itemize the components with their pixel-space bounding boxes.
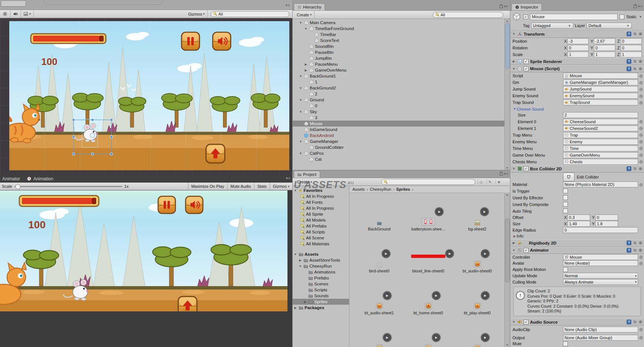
enemy-sound-field[interactable]: EnemySound [563, 93, 638, 99]
game-toolbar-button-stats[interactable]: Stats [254, 183, 270, 190]
folder-item-prefabs[interactable]: Prefabs [293, 275, 349, 281]
object-picker-icon[interactable] [638, 73, 644, 78]
twisty-icon[interactable]: ▼ [304, 27, 308, 30]
preset-icon[interactable] [633, 241, 637, 245]
hierarchy-item-3[interactable]: 3 [293, 115, 510, 121]
help-icon[interactable] [627, 59, 631, 64]
preset-icon[interactable] [633, 167, 637, 171]
twisty-icon[interactable]: ▼ [299, 21, 303, 24]
hierarchy-item-gameovermenu[interactable]: ▶GameOverMenu [293, 67, 510, 73]
twisty-icon[interactable]: ▼ [293, 253, 297, 256]
component-enabled-checkbox[interactable] [524, 166, 528, 171]
favorite-item-all-fonts[interactable]: All Fonts [293, 199, 349, 205]
asset-thumb-batteryicon-shee[interactable]: batteryicon-shee... [404, 198, 453, 240]
component-header-rigidbody[interactable]: ▶ Rigidbody 2D [510, 239, 644, 247]
sprite-expand-badge[interactable] [435, 207, 444, 216]
trap-sound-field[interactable]: TrapSound [563, 99, 638, 105]
breadcrumb-item-assets[interactable]: Assets [352, 187, 365, 191]
object-picker-icon[interactable] [638, 132, 644, 137]
edit-collider-button[interactable] [563, 173, 575, 181]
size-x-field[interactable]: 1.49 [567, 221, 590, 227]
gameobject-icon[interactable] [512, 12, 521, 21]
twisty-icon[interactable]: ▼ [299, 110, 303, 114]
scene-gizmos-button[interactable]: Gizmos [186, 10, 208, 18]
folder-item-sounds[interactable]: Sounds [293, 293, 349, 299]
folder-item-sprites[interactable]: ▶Sprites [293, 299, 349, 305]
hierarchy-item-backandroid[interactable]: BackAndroid [293, 132, 510, 138]
asset-thumb-btn-play[interactable] [404, 324, 453, 347]
chests-menu-field[interactable]: Chests [563, 159, 638, 165]
lock-icon[interactable] [500, 5, 503, 8]
scene-view[interactable]: 100 [0, 18, 292, 175]
scene-panel-menu-icon[interactable] [286, 3, 290, 7]
hierarchy-item-pausemenu[interactable]: ▶PauseMenu [293, 61, 510, 67]
hierarchy-item-soundbtn[interactable]: SoundBtn [293, 43, 510, 49]
folder-item-animations[interactable]: Animations [293, 269, 349, 275]
object-picker-icon[interactable] [638, 119, 644, 124]
object-picker-icon[interactable] [638, 94, 644, 98]
favorite-item-all-scripts[interactable]: All Scripts [293, 229, 349, 235]
folder-item-scripts[interactable]: Scripts [293, 287, 349, 293]
static-checkbox[interactable] [619, 14, 624, 19]
scene-lighting-button[interactable] [0, 10, 10, 18]
favorite-item-all-prefabs[interactable]: All Prefabs [293, 223, 349, 229]
gear-icon[interactable] [638, 67, 643, 71]
twisty-icon[interactable]: ▼ [299, 98, 303, 102]
component-header-transform[interactable]: ▼ Transform [510, 30, 644, 38]
asset-thumb-bt-audio-sheet1[interactable]: bt_audio-sheet1 [355, 282, 404, 324]
twisty-icon[interactable]: ▼ [299, 152, 303, 155]
gear-icon[interactable] [638, 59, 643, 63]
scale-slider-knob[interactable] [15, 184, 20, 189]
favorite-item-all-in-progress[interactable]: All In Progress [293, 205, 349, 211]
twisty-icon[interactable]: ▶ [304, 63, 308, 66]
tab-hierarchy[interactable]: Hierarchy [294, 3, 325, 10]
gear-icon[interactable] [638, 241, 643, 245]
scene-audio-button[interactable] [10, 10, 21, 18]
lock-icon[interactable] [634, 5, 637, 8]
hierarchy-scrollbar[interactable]: ▲▼ [504, 19, 510, 170]
rotation-y-field[interactable]: 0 [594, 45, 615, 51]
hierarchy-item-2[interactable]: 2 [293, 91, 510, 97]
component-header-animator[interactable]: ▼ Animator [510, 247, 644, 254]
component-enabled-checkbox[interactable] [524, 59, 528, 64]
object-picker-icon[interactable] [638, 139, 644, 144]
folder-item-assetstoretools[interactable]: ▶AssetStoreTools [293, 257, 349, 263]
jump-sound-field[interactable]: JumpSound [563, 86, 638, 92]
twisty-icon[interactable]: ▶ [293, 306, 297, 310]
hierarchy-item-jumpbtn[interactable]: JumpBtn [293, 55, 510, 61]
size-field[interactable]: 2 [563, 112, 638, 118]
sprite-expand-badge[interactable] [481, 333, 490, 342]
search-by-label-icon[interactable]: ✎ [487, 179, 493, 185]
sprite-expand-badge[interactable] [381, 249, 391, 258]
hierarchy-item-catpos[interactable]: ▼CatPos [293, 150, 510, 156]
help-icon[interactable] [627, 320, 631, 324]
twisty-icon[interactable]: ▼ [299, 86, 303, 90]
game-panel-menu-icon[interactable] [286, 176, 290, 180]
script-field[interactable]: Mouse [563, 73, 638, 79]
element-0-field[interactable]: CheeseSound [563, 119, 638, 125]
info-foldout[interactable]: ▶Info [510, 233, 644, 239]
component-enabled-checkbox[interactable] [524, 66, 528, 71]
help-icon[interactable] [627, 166, 631, 171]
scale-y-field[interactable]: 1 [594, 52, 615, 58]
asset-thumb-blood-line-sheet0[interactable]: blood_line-sheet0 [404, 240, 453, 282]
sprite-expand-badge[interactable] [480, 207, 489, 216]
size-y-field[interactable]: 1.8 [595, 221, 618, 227]
rotation-z-field[interactable]: 0 [621, 45, 642, 51]
scale-z-field[interactable]: 1 [621, 52, 642, 58]
static-dropdown-icon[interactable]: ▼ [638, 15, 643, 19]
object-picker-icon[interactable] [638, 100, 644, 105]
breadcrumb-item-cheesyrun[interactable]: CheesyRun [370, 187, 391, 191]
sprite-expand-badge[interactable] [481, 291, 490, 300]
gear-icon[interactable] [638, 248, 643, 252]
edge-radius-field[interactable]: 0 [563, 227, 638, 233]
hierarchy-item-pausebtn[interactable]: PauseBtn [293, 49, 510, 55]
folder-item-packages[interactable]: ▶Packages [293, 305, 349, 311]
hierarchy-item-gamemanager[interactable]: ▼GameManager [293, 138, 510, 144]
time-menu-field[interactable]: Time [563, 145, 638, 151]
hierarchy-item-1[interactable]: 1 [293, 79, 510, 85]
component-header-sprite-renderer[interactable]: ▶ Sprite Renderer [510, 58, 644, 65]
layer-dropdown[interactable]: Default▼ [586, 23, 632, 29]
component-header-audio-source[interactable]: ▼ Audio Source [510, 318, 644, 326]
twisty-icon[interactable]: ▶ [304, 69, 308, 72]
